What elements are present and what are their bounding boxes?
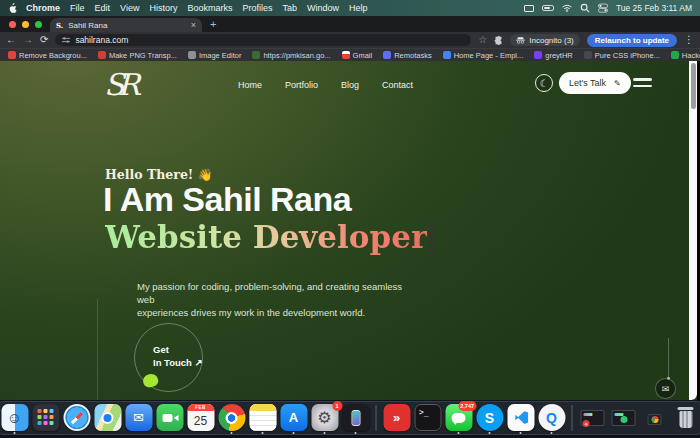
- settings-badge: 1: [332, 401, 342, 411]
- menu-view[interactable]: View: [120, 3, 139, 13]
- extensions-icon[interactable]: [494, 36, 503, 45]
- tab-close-icon[interactable]: ×: [191, 21, 196, 30]
- website-viewport: SR Home Portfolio Blog Contact ☾ Let's T…: [0, 61, 700, 400]
- back-button[interactable]: ←: [6, 35, 16, 45]
- maps-icon[interactable]: [94, 404, 121, 431]
- zoom-window-button[interactable]: [35, 21, 42, 28]
- close-window-button[interactable]: [9, 21, 16, 28]
- apple-menu-icon[interactable]: [8, 3, 17, 13]
- scroll-line-decoration: [668, 338, 669, 378]
- system-settings-icon[interactable]: ⚙1: [311, 404, 338, 431]
- bookmark-item[interactable]: Gmail: [342, 51, 373, 60]
- finder-icon[interactable]: ☺: [1, 404, 28, 431]
- chat-widget-button[interactable]: ✉: [655, 378, 676, 399]
- menu-window[interactable]: Window: [307, 3, 339, 13]
- lets-talk-button[interactable]: Let's Talk ✎: [559, 72, 631, 94]
- messages-icon[interactable]: 2,747: [445, 404, 472, 431]
- bookmark-item[interactable]: Image Editor: [188, 51, 242, 60]
- forward-button[interactable]: →: [23, 35, 33, 45]
- scrollbar-thumb[interactable]: [691, 63, 696, 109]
- trash-icon[interactable]: [672, 404, 699, 431]
- theme-toggle-button[interactable]: ☾: [535, 74, 553, 92]
- site-nav: Home Portfolio Blog Contact: [238, 80, 413, 90]
- hero-description: My passion for coding, problem-solving, …: [137, 281, 402, 319]
- bookmark-item[interactable]: Home Page - Empl...: [443, 51, 524, 60]
- menu-bookmarks[interactable]: Bookmarks: [187, 3, 232, 13]
- safari-icon[interactable]: [63, 404, 90, 431]
- nav-home[interactable]: Home: [238, 80, 262, 90]
- relaunch-update-button[interactable]: Relaunch to update: [587, 34, 677, 47]
- vscode-icon[interactable]: [507, 404, 534, 431]
- control-center-icon[interactable]: [598, 3, 608, 13]
- display-mirroring-icon[interactable]: [524, 5, 534, 12]
- terminal-icon[interactable]: >_: [414, 404, 441, 431]
- moon-icon: ☾: [540, 78, 549, 89]
- hero-subtitle: Website Developer: [105, 219, 433, 255]
- incognito-icon: [516, 36, 525, 45]
- bookmark-favicon: [443, 51, 451, 59]
- bookmark-item[interactable]: Pure CSS iPhone...: [584, 51, 660, 60]
- chrome-icon[interactable]: [218, 404, 245, 431]
- site-logo[interactable]: SR: [104, 67, 133, 102]
- menu-profiles[interactable]: Profiles: [242, 3, 272, 13]
- quicktime-icon[interactable]: Q: [538, 404, 565, 431]
- menu-tab[interactable]: Tab: [282, 3, 297, 13]
- calendar-icon[interactable]: FEB25: [187, 404, 214, 431]
- hero-title: I Am Sahil Rana: [103, 180, 351, 219]
- bookmark-favicon: [8, 51, 16, 59]
- red-chevron-app-icon[interactable]: »: [383, 404, 410, 431]
- new-tab-button[interactable]: +: [210, 17, 216, 31]
- minimized-chrome-window[interactable]: [648, 414, 662, 425]
- bookmark-item[interactable]: Remotasks: [383, 51, 432, 60]
- spotlight-search-icon[interactable]: [580, 3, 590, 13]
- window-controls: [0, 16, 50, 32]
- launchpad-icon[interactable]: [32, 404, 59, 431]
- menu-clock[interactable]: Tue 25 Feb 3:11 AM: [616, 3, 692, 13]
- incognito-badge[interactable]: Incognito (3): [510, 34, 579, 46]
- bookmark-item[interactable]: greytHR: [534, 51, 573, 60]
- minimized-window-thumbnail[interactable]: ✳: [581, 410, 605, 426]
- bookmark-item[interactable]: https://pmkisan.go...: [252, 51, 330, 60]
- bookmark-favicon: [584, 51, 592, 59]
- menu-file[interactable]: File: [70, 3, 85, 13]
- nav-contact[interactable]: Contact: [382, 80, 413, 90]
- iphone-mirroring-icon[interactable]: [342, 404, 369, 431]
- bookmark-star-icon[interactable]: ☆: [478, 35, 487, 45]
- minimized-window-thumbnail[interactable]: [612, 410, 636, 426]
- battery-icon[interactable]: [542, 5, 554, 11]
- browser-tab[interactable]: S. Sahil Rana ×: [50, 18, 202, 32]
- messages-badge: 2,747: [458, 401, 476, 411]
- site-settings-icon[interactable]: [62, 36, 70, 44]
- bookmark-favicon: [252, 51, 260, 59]
- address-bar[interactable]: sahilrana.com: [55, 34, 471, 46]
- nav-blog[interactable]: Blog: [341, 80, 359, 90]
- bookmark-favicon: [383, 51, 391, 59]
- menu-app-name[interactable]: Chrome: [26, 3, 60, 13]
- bookmark-favicon: [342, 51, 350, 59]
- calendar-month: FEB: [187, 404, 214, 411]
- skype-icon[interactable]: S: [476, 404, 503, 431]
- hamburger-menu-button[interactable]: [633, 78, 652, 91]
- hero-subtitle-text: Website Developer: [105, 219, 427, 255]
- notes-icon[interactable]: [249, 404, 276, 431]
- scrollbar-track[interactable]: [689, 61, 697, 400]
- tab-title: Sahil Rana: [68, 21, 185, 30]
- app-store-icon[interactable]: A: [280, 404, 307, 431]
- minimize-window-button[interactable]: [22, 21, 29, 28]
- menu-history[interactable]: History: [149, 3, 177, 13]
- facetime-icon[interactable]: [156, 404, 183, 431]
- menu-help[interactable]: Help: [349, 3, 368, 13]
- refresh-button[interactable]: ⟳: [40, 35, 48, 45]
- mail-icon[interactable]: ✉: [125, 404, 152, 431]
- menu-edit[interactable]: Edit: [95, 3, 111, 13]
- bookmark-item[interactable]: Remove Backgrou...: [8, 51, 87, 60]
- chrome-menu-icon[interactable]: ⋮: [684, 35, 694, 45]
- get-in-touch-button[interactable]: Get In Touch ↗: [134, 323, 203, 392]
- bookmark-item[interactable]: Make PNG Transp...: [98, 51, 177, 60]
- get-in-touch-label: Get In Touch ↗: [153, 344, 202, 370]
- vertical-line-decoration: [97, 299, 98, 400]
- nav-portfolio[interactable]: Portfolio: [285, 80, 318, 90]
- bookmark-item[interactable]: HackerRank: [671, 51, 700, 60]
- calendar-day: 25: [187, 411, 214, 431]
- wifi-icon[interactable]: [562, 3, 572, 13]
